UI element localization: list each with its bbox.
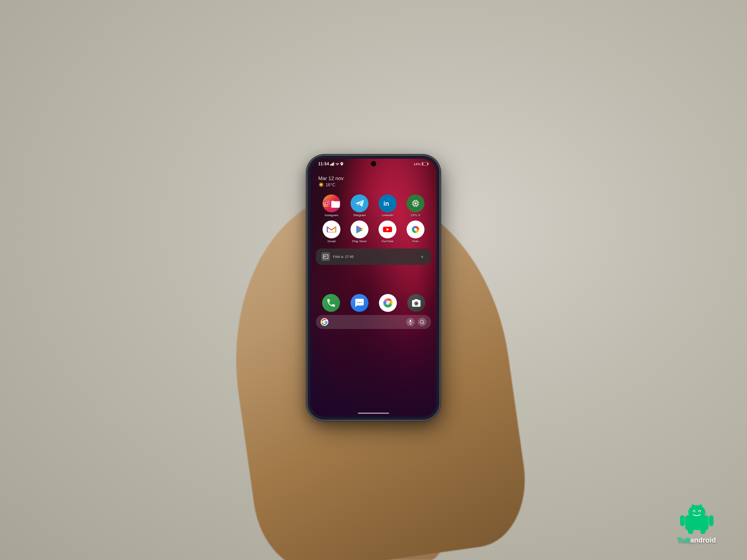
notif-badge: 0 xyxy=(419,253,426,260)
linkedin-svg: in xyxy=(382,198,393,209)
phone-svg xyxy=(326,298,336,308)
gmail-icon xyxy=(323,220,340,238)
svg-rect-38 xyxy=(324,256,326,257)
lens-button[interactable] xyxy=(418,318,426,326)
dock-camera[interactable] xyxy=(403,294,430,312)
tuttandroid-android: android xyxy=(690,536,716,544)
notif-app-icon xyxy=(321,252,330,261)
google-g xyxy=(321,318,328,326)
camera-svg xyxy=(411,298,421,308)
svg-rect-7 xyxy=(423,163,423,165)
svg-rect-17 xyxy=(414,202,417,205)
dock-messages-icon xyxy=(351,294,368,312)
svg-rect-1 xyxy=(331,164,332,166)
playstore-svg xyxy=(354,224,365,235)
foto-icon xyxy=(407,220,424,238)
svg-rect-2 xyxy=(332,163,333,166)
svg-point-51 xyxy=(420,320,423,324)
svg-point-40 xyxy=(359,302,360,303)
svg-rect-65 xyxy=(688,528,693,534)
tuttandroid-branding: Tutt android xyxy=(677,504,716,544)
cpux-svg xyxy=(410,198,421,209)
cpux-icon xyxy=(407,194,424,212)
svg-point-39 xyxy=(357,302,358,303)
svg-line-52 xyxy=(423,323,424,324)
notif-icon-svg xyxy=(323,254,328,259)
svg-rect-48 xyxy=(410,320,411,322)
svg-point-62 xyxy=(700,504,702,507)
signal-icon xyxy=(330,162,334,166)
google-g-svg xyxy=(321,319,328,325)
svg-point-47 xyxy=(415,303,417,304)
location-icon xyxy=(340,162,343,166)
app-telegram[interactable]: Telegram xyxy=(346,194,373,217)
search-bar[interactable] xyxy=(316,315,431,329)
app-foto[interactable]: Foto xyxy=(402,220,429,243)
app-cpux[interactable]: CPU X xyxy=(402,194,429,217)
dock-phone[interactable] xyxy=(317,294,344,312)
dock-phone-icon xyxy=(322,294,340,312)
home-indicator xyxy=(358,413,389,414)
instagram-icon xyxy=(323,194,340,212)
gmail-label: Gmail xyxy=(328,240,336,243)
svg-rect-66 xyxy=(700,528,706,534)
mic-button[interactable] xyxy=(406,318,415,326)
app-playstore[interactable]: Play Store xyxy=(346,220,373,243)
svg-rect-64 xyxy=(709,515,714,526)
notification-widget[interactable]: Foto a: 17:45 0 xyxy=(316,248,431,265)
weather-row: ☀️ 16°C xyxy=(318,182,429,187)
svg-rect-6 xyxy=(428,163,429,165)
messages-svg xyxy=(354,298,365,308)
dock-chrome-icon xyxy=(379,294,397,312)
svg-rect-63 xyxy=(680,515,685,526)
notif-text: Foto a: 17:45 xyxy=(333,255,416,259)
telegram-icon xyxy=(351,194,368,212)
camera-cutout xyxy=(371,161,376,166)
dock-camera-icon xyxy=(407,294,425,312)
foto-svg xyxy=(410,224,421,235)
svg-rect-0 xyxy=(330,164,331,166)
gmail-svg xyxy=(326,224,337,235)
svg-point-45 xyxy=(386,302,389,304)
svg-point-54 xyxy=(688,505,705,519)
svg-point-41 xyxy=(361,302,362,303)
dock-messages[interactable] xyxy=(346,294,373,312)
wifi-icon xyxy=(335,163,339,166)
weather-temp: 16°C xyxy=(326,182,335,187)
svg-point-58 xyxy=(699,511,700,513)
youtube-svg xyxy=(382,224,393,235)
app-grid-row1: Instagram Telegram xyxy=(310,191,437,247)
telegram-svg xyxy=(354,198,365,209)
app-instagram[interactable]: Instagram xyxy=(318,194,345,217)
playstore-icon xyxy=(351,220,368,238)
search-action-icons xyxy=(406,318,426,326)
app-linkedin[interactable]: in LinkedIn xyxy=(374,194,401,217)
app-youtube[interactable]: YouTube xyxy=(374,220,401,243)
status-left: 11:54 xyxy=(318,162,343,166)
foto-label: Foto xyxy=(412,240,419,243)
telegram-label: Telegram xyxy=(353,214,366,217)
linkedin-icon: in xyxy=(379,194,396,212)
linkedin-label: LinkedIn xyxy=(382,214,393,217)
phone-wrapper: 11:54 xyxy=(307,156,440,420)
status-right: 14% xyxy=(414,162,429,166)
svg-rect-3 xyxy=(333,162,334,166)
youtube-label: YouTube xyxy=(381,240,393,243)
tuttandroid-tutt: Tutt xyxy=(677,536,690,544)
phone-screen: 11:54 xyxy=(310,159,437,417)
app-gmail[interactable]: Gmail xyxy=(318,220,345,243)
svg-text:in: in xyxy=(384,200,389,207)
youtube-icon xyxy=(379,220,396,238)
svg-point-57 xyxy=(693,511,694,513)
lens-svg xyxy=(419,319,425,325)
chrome-svg xyxy=(382,298,393,308)
svg-point-4 xyxy=(341,163,342,164)
battery-text: 14% xyxy=(414,162,421,166)
dock-chrome[interactable] xyxy=(374,294,401,312)
date-widget: Mar 12 nov ☀️ 16°C xyxy=(310,168,437,191)
instagram-label: Instagram xyxy=(324,214,338,217)
svg-point-61 xyxy=(692,504,694,507)
mic-svg xyxy=(408,319,413,325)
weather-icon: ☀️ xyxy=(318,182,324,187)
dock xyxy=(316,291,431,315)
